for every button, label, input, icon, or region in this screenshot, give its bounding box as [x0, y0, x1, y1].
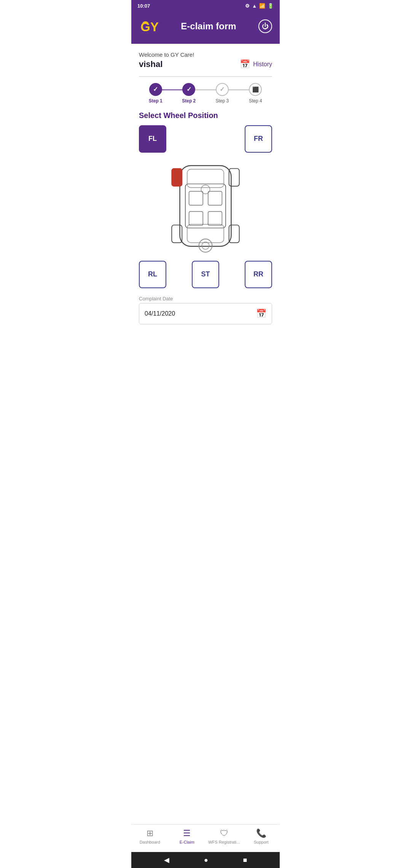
android-home-button[interactable]: ●	[204, 856, 208, 864]
complaint-date-input-row[interactable]: 04/11/2020 📅	[139, 303, 272, 324]
svg-rect-7	[208, 191, 222, 205]
welcome-section: Welcome to GY Care! vishal 📅 History	[131, 44, 280, 73]
step-3-label: Step 3	[215, 98, 229, 104]
complaint-date-label: Complaint Date	[139, 296, 272, 302]
nav-dashboard[interactable]: ⊞ Dashboard	[131, 828, 169, 844]
nav-dashboard-label: Dashboard	[140, 840, 160, 844]
wfs-icon: 🛡	[220, 828, 228, 838]
svg-text:GY: GY	[140, 20, 159, 34]
calendar-history-icon: 📅	[240, 59, 250, 69]
svg-rect-3	[185, 184, 226, 228]
dashboard-icon: ⊞	[147, 828, 153, 838]
step-2-circle: ✓	[182, 83, 195, 96]
step-4-icon: ⬛	[252, 86, 259, 93]
support-icon: 📞	[256, 828, 266, 838]
svg-rect-8	[189, 211, 203, 225]
android-nav: ◀ ● ■	[131, 852, 280, 868]
header: GY E-claim form ⏻	[131, 11, 280, 44]
spacer	[131, 328, 280, 825]
gy-logo: GY	[139, 16, 159, 36]
status-icons: ⚙ ▲ 📶 🔋	[245, 3, 274, 9]
status-bar: 10:07 ⚙ ▲ 📶 🔋	[131, 0, 280, 11]
eclaim-icon: ☰	[183, 828, 191, 838]
step-1-check: ✓	[153, 86, 158, 93]
step-2: ✓ Step 2	[172, 83, 206, 104]
android-back-button[interactable]: ◀	[164, 856, 169, 864]
step-3: ✓ Step 3	[206, 83, 239, 104]
step-1-label: Step 1	[149, 98, 162, 104]
svg-rect-5	[187, 224, 224, 243]
step-4-label: Step 4	[249, 98, 262, 104]
car-svg	[164, 155, 247, 257]
svg-rect-6	[189, 191, 203, 205]
steps-progress: ✓ Step 1 ✓ Step 2 ✓ Step 3 ⬛ Step 4	[131, 77, 280, 104]
nav-support[interactable]: 📞 Support	[243, 828, 280, 844]
wheel-st-button[interactable]: ST	[192, 261, 219, 288]
username-label: vishal	[139, 59, 162, 69]
nav-eclaim-label: E-Claim	[180, 840, 194, 844]
welcome-greeting: Welcome to GY Care!	[139, 51, 272, 58]
page-title: E-claim form	[159, 21, 258, 32]
svg-rect-14	[229, 168, 239, 186]
wheel-rr-button[interactable]: RR	[245, 261, 272, 288]
bottom-nav: ⊞ Dashboard ☰ E-Claim 🛡 WFS Registrati..…	[131, 824, 280, 852]
step-4-circle: ⬛	[249, 83, 262, 96]
svg-rect-13	[172, 168, 182, 186]
complaint-date-value: 04/11/2020	[145, 310, 256, 317]
nav-eclaim[interactable]: ☰ E-Claim	[169, 828, 206, 844]
nav-wfs[interactable]: 🛡 WFS Registrati...	[206, 828, 243, 844]
svg-point-12	[202, 242, 209, 249]
wheel-rl-button[interactable]: RL	[139, 261, 166, 288]
step-2-label: Step 2	[182, 98, 196, 104]
battery-icon: 🔋	[268, 3, 274, 9]
step-2-check: ✓	[186, 86, 191, 93]
wifi-icon: ▲	[252, 3, 257, 9]
wheel-bottom-row: RL ST RR	[131, 261, 280, 288]
power-icon: ⏻	[262, 22, 269, 30]
step-1-circle: ✓	[149, 83, 162, 96]
wheel-top-row: FL FR	[131, 125, 280, 153]
nav-support-label: Support	[254, 840, 269, 844]
wheel-section-title: Select Wheel Position	[131, 104, 280, 125]
step-1: ✓ Step 1	[139, 83, 172, 104]
svg-rect-2	[180, 165, 231, 246]
svg-point-10	[201, 185, 210, 194]
history-button[interactable]: 📅 History	[240, 59, 272, 69]
power-button[interactable]: ⏻	[258, 19, 272, 33]
nav-wfs-label: WFS Registrati...	[208, 840, 240, 844]
android-recent-button[interactable]: ■	[243, 856, 247, 864]
date-picker-icon[interactable]: 📅	[256, 309, 266, 319]
wheel-fr-button[interactable]: FR	[245, 125, 272, 153]
complaint-date-section: Complaint Date 04/11/2020 📅	[131, 288, 280, 328]
wheel-fl-button[interactable]: FL	[139, 125, 166, 153]
step-3-circle: ✓	[216, 83, 229, 96]
signal-icon: 📶	[259, 3, 265, 9]
history-label: History	[253, 61, 272, 68]
status-time: 10:07	[137, 3, 150, 9]
svg-rect-9	[208, 211, 222, 225]
step-4: ⬛ Step 4	[239, 83, 272, 104]
step-3-check: ✓	[220, 86, 225, 93]
svg-point-11	[199, 239, 212, 252]
settings-icon: ⚙	[245, 3, 250, 9]
car-diagram	[131, 153, 280, 259]
